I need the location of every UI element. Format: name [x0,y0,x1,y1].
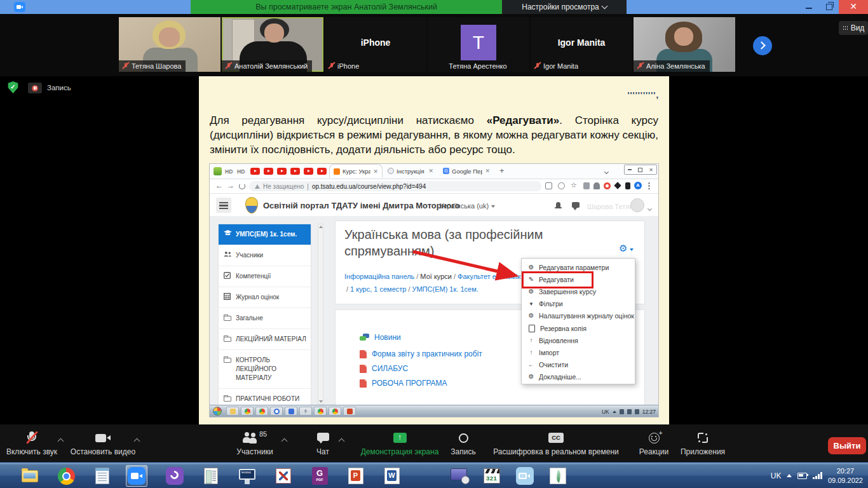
restore-button[interactable] [820,0,839,14]
back-icon: ← [215,181,223,190]
reactions-label: Реакции [632,447,676,456]
participant-tile[interactable]: Анатолій Землянський [222,17,323,72]
leave-button[interactable]: Выйти [828,437,866,454]
tray-icon [627,409,632,414]
portal-title: Освітній портал ТДАТУ імені Дмитра Мотор… [263,201,460,210]
record-button[interactable]: Запись [443,430,484,456]
extension-icon [625,182,630,189]
flash-icon [299,407,312,416]
tray-expand-icon[interactable] [787,474,792,477]
zoom-taskbar-icon[interactable] [126,465,147,487]
sidebar-item-participants: Учасники [219,245,311,266]
image-editor-taskbar-icon[interactable] [273,465,294,487]
remote-desktop-taskbar-icon[interactable] [448,465,470,487]
powerpoint-taskbar-icon[interactable] [345,465,367,487]
muted-mic-icon [25,431,38,445]
share-screen-label: Демонстрация экрана [355,447,445,456]
notepad-taskbar-icon[interactable] [92,465,113,487]
menu-item-reset: Очистити [522,359,635,371]
close-button[interactable]: ✕ [839,0,868,14]
course-link-program: РОБОЧА ПРОГРАМА [360,379,447,388]
participant-tile[interactable]: T Тетяна Арестенко [428,17,529,72]
keyboard-layout-indicator[interactable]: UK [771,471,782,480]
course-link-syllabus: СИЛАБУС [360,364,408,373]
menu-item-backup: Резервна копія [522,322,635,334]
reactions-button[interactable]: + Реакции [632,430,676,456]
participant-name: Тетяна Арестенко [449,62,506,70]
unmute-button[interactable]: Включить звук [0,430,64,456]
chat-options-caret[interactable] [339,435,344,446]
participants-button[interactable]: 85 Участники [221,430,288,456]
share-screen-button[interactable]: ↑ Демонстрация экрана [355,430,445,456]
participant-tile[interactable]: Аліна Землянська [634,17,735,72]
not-secure-icon [255,184,260,189]
network-signal-icon[interactable] [813,472,822,479]
muted-mic-icon [122,62,129,70]
word-taskbar-icon[interactable] [381,465,403,487]
users-icon [224,251,231,257]
security-shield-icon[interactable]: ✓ [8,81,18,93]
highlight-rectangle [522,271,593,288]
stop-video-button[interactable]: Остановить видео [66,430,140,456]
participant-tile[interactable]: Igor Manita Igor Manita [531,17,632,72]
record-icon [459,433,468,443]
next-participants-button[interactable] [753,36,772,55]
chat-icon [317,433,329,444]
sidebar-scrollbar [318,224,323,405]
menu-item-import: Імпорт [522,346,635,358]
language-selector: Українська (uk) [440,202,495,210]
recording-label: Запись [47,84,71,92]
recording-indicator[interactable] [28,83,42,93]
taskbar-clock[interactable]: 20:27 09.09.2022 [828,466,863,485]
inner-system-tray: UK 12:27 [602,405,656,417]
view-button[interactable]: Вид [839,21,868,35]
folder-icon [224,316,231,321]
not-secure-label: Не защищено [263,183,304,190]
media-player-321-taskbar-icon[interactable] [481,465,503,487]
system-tray: UK 20:27 09.09.2022 [771,463,863,488]
minimize-button[interactable] [799,0,818,14]
slide-paragraph: Для редагування курсу/дисципліни натиска… [210,113,658,157]
participant-tile[interactable]: iPhone iPhone [325,17,426,72]
participant-name-badge: Тетяна Арестенко [445,61,511,72]
gpdf-taskbar-icon[interactable]: GPDF [309,465,330,487]
live-transcript-button[interactable]: CC Расшифровка в реальном времени [488,430,624,456]
text-document-taskbar-icon[interactable] [200,465,222,487]
chat-button[interactable]: Чат [305,430,341,456]
apps-button[interactable]: Приложения [679,430,727,456]
caret-down-icon [491,205,495,208]
view-settings-button[interactable]: Настройки просмотра [502,0,627,14]
breadcrumb-link: Інформаційна панель [344,273,414,280]
file-icon [529,325,535,332]
gear-icon [527,288,535,295]
browser-tab-instruction: Інструкція виклад ✕ [384,164,437,178]
extension-icon [583,182,590,189]
shared-screen-slide: ''''''''''', Для редагування курсу/дисци… [199,76,669,424]
battery-icon[interactable] [797,473,807,479]
participants-options-caret[interactable] [282,435,287,446]
hamburger-menu-icon [216,198,231,213]
youtube-tab-icon [277,168,287,175]
cc-icon: CC [548,433,564,443]
participant-name-badge: iPhone [325,60,363,72]
share-icon [558,182,565,189]
sidebar-item-lectures: ЛЕКЦІЙНИЙ МАТЕРІАЛ [219,329,311,349]
messages-icon [572,202,580,208]
zoom-app-icon [14,2,25,12]
audio-options-caret[interactable] [58,435,63,446]
lenovo-display-taskbar-icon[interactable] [236,465,258,487]
camera-app-taskbar-icon[interactable] [514,465,536,487]
chrome-taskbar-icon[interactable] [55,465,77,487]
explorer-taskbar-icon[interactable] [19,465,41,487]
folder-icon [226,407,239,416]
sidebar-item-competencies: Компетенції [219,266,311,287]
participant-tile[interactable]: Тетяна Шарова [119,17,220,72]
arrow-up-icon [527,337,535,344]
youtube-tab-icon [304,168,313,175]
video-options-caret[interactable] [135,435,139,446]
photoshop-feather-taskbar-icon[interactable] [547,465,569,487]
start-orb-icon [213,407,222,416]
paragraph-bold-text: «Редагувати» [487,114,560,126]
powerpoint-icon [343,407,356,416]
viber-taskbar-icon[interactable] [164,465,186,487]
